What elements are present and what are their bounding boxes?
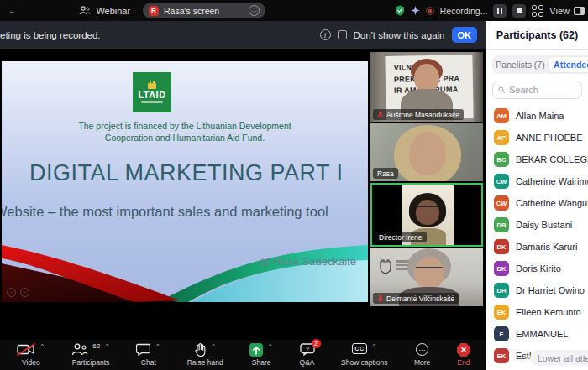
- ok-button[interactable]: OK: [452, 27, 478, 43]
- pause-recording-button[interactable]: [493, 4, 507, 18]
- security-shield-icon[interactable]: [395, 5, 405, 16]
- video-tile-active-speaker[interactable]: Director Irene: [370, 183, 483, 247]
- recording-label: Recording...: [440, 6, 488, 16]
- raise-hand-options-chevron[interactable]: ⌃: [211, 344, 217, 351]
- raise-hand-icon: [194, 343, 207, 357]
- chamber-logo-icon: [379, 258, 392, 274]
- participant-row[interactable]: CWCatherine Wangui: [486, 192, 588, 214]
- avatar: E: [494, 326, 509, 341]
- participant-name: Catherine Wangui: [516, 198, 588, 208]
- video-button[interactable]: ⌃ Video: [17, 343, 45, 367]
- view-menu[interactable]: View: [549, 6, 585, 16]
- ltaid-logo-subtext: [141, 101, 163, 103]
- participant-row[interactable]: AMAllan Maina: [486, 105, 588, 127]
- video-tile[interactable]: Rasa: [370, 123, 483, 181]
- video-name-label: Deimantė Vilčinskaitė: [373, 293, 459, 304]
- participants-options-chevron[interactable]: ⌃: [104, 344, 110, 351]
- gallery-view-icon[interactable]: [532, 5, 543, 17]
- search-input[interactable]: [509, 85, 576, 95]
- annotation-controls[interactable]: ○−: [7, 288, 29, 297]
- titlebar-right: Recording... View: [395, 0, 585, 21]
- video-name-label: Director Irene: [375, 232, 427, 242]
- share-screen-icon: [249, 343, 263, 357]
- participants-count: 62: [92, 342, 100, 350]
- tab-panelists[interactable]: Panelists (7): [494, 57, 547, 72]
- participant-row[interactable]: DKDamaris Karuri: [486, 236, 588, 258]
- chat-options-chevron[interactable]: ⌃: [155, 344, 160, 351]
- ltaid-logo: LTAID: [133, 72, 171, 112]
- end-button[interactable]: ✕ End: [457, 343, 470, 367]
- participant-row[interactable]: DKDoris Kirito: [486, 258, 588, 279]
- bottom-toolbar: ⌃ Video 62 ⌃ Participants: [0, 340, 486, 370]
- participant-row[interactable]: APANNE PHOEBE: [486, 127, 588, 149]
- participant-name: ANNE PHOEBE: [516, 133, 582, 143]
- view-layout-icon: [574, 7, 585, 15]
- participant-name: Doris Kirito: [516, 263, 561, 274]
- avatar: AP: [494, 130, 509, 145]
- more-button[interactable]: … More: [414, 343, 430, 367]
- participant-name: BEKAR COLLEGE: [516, 154, 588, 164]
- participant-row[interactable]: BCBEKAR COLLEGE: [486, 149, 588, 170]
- svg-text:?: ?: [305, 345, 309, 352]
- funding-note: The project is financed by the Lithuania…: [2, 120, 368, 143]
- participant-name: Catherine Wairimu: [516, 176, 588, 186]
- dont-show-label[interactable]: Don't show this again: [354, 30, 445, 40]
- divider: [486, 49, 588, 50]
- ai-companion-icon[interactable]: [411, 6, 420, 15]
- slide-title: DIGITAL MARKETING PART I: [29, 160, 344, 186]
- tab-more-icon[interactable]: …: [249, 5, 260, 16]
- avatar: CW: [494, 195, 509, 211]
- video-tile[interactable]: VILNIAUS PREKYBOS, PRA IR AMATŲ RŪMA Auš…: [370, 52, 483, 122]
- zoom-window: ⌄ Webinar R Rasa's screen …: [0, 0, 588, 370]
- ltaid-emblem-icon: [148, 81, 156, 89]
- avatar: DK: [494, 261, 509, 276]
- share-options-chevron[interactable]: ⌃: [267, 344, 273, 351]
- view-label: View: [549, 6, 570, 16]
- person-face: [414, 64, 439, 92]
- more-icon: …: [416, 343, 428, 356]
- participant-name: EMMANUEL: [516, 329, 568, 339]
- participants-tabs: Panelists (7) Attendees: [492, 55, 588, 74]
- show-captions-button[interactable]: CC ⌃ Show captions: [341, 343, 387, 367]
- slide-subtitle: Website – the most important sales and m…: [2, 204, 328, 220]
- dont-show-checkbox[interactable]: [338, 30, 347, 39]
- shared-screen-tab[interactable]: R Rasa's screen …: [143, 3, 265, 18]
- video-options-chevron[interactable]: ⌃: [39, 344, 45, 351]
- search-icon: [498, 86, 505, 94]
- avatar: DH: [494, 283, 509, 298]
- presentation-slide: LTAID The project is financed by the Lit…: [2, 61, 368, 302]
- chevron-down-icon[interactable]: ⌄: [8, 6, 15, 15]
- participant-row[interactable]: EKEileen Kemunto: [486, 301, 588, 323]
- qa-button[interactable]: ? 2 Q&A: [300, 343, 315, 367]
- glasses: [416, 267, 443, 273]
- stop-recording-button[interactable]: [512, 4, 526, 18]
- participant-row[interactable]: DHDr Harriet Owino: [486, 279, 588, 301]
- participant-row[interactable]: DBDaisy Bustani: [486, 214, 588, 236]
- funding-note-line1: The project is financed by the Lithuania…: [2, 120, 368, 132]
- participant-row[interactable]: CWCatherine Wairimu: [486, 170, 588, 192]
- participant-name: Dr Harriet Owino: [516, 285, 585, 295]
- recording-banner-message: eting is being recorded.: [0, 30, 101, 40]
- participant-name: Allan Maina: [516, 111, 564, 121]
- participants-list: AMAllan MainaAPANNE PHOEBEBCBEKAR COLLEG…: [486, 105, 588, 367]
- lower-all-attendees-button[interactable]: Lower all attendees': [530, 350, 588, 366]
- search-box[interactable]: [492, 81, 582, 99]
- participant-row[interactable]: EEMMANUEL: [486, 323, 588, 345]
- avatar: DK: [494, 239, 509, 254]
- person-face: [416, 200, 439, 225]
- info-icon[interactable]: i: [320, 29, 331, 40]
- participant-name: Damaris Karuri: [516, 242, 577, 252]
- end-meeting-icon: ✕: [457, 343, 470, 357]
- tab-attendees[interactable]: Attendees: [549, 57, 588, 72]
- titlebar: ⌄ Webinar R Rasa's screen …: [0, 0, 588, 21]
- participant-name: Eileen Kemunto: [516, 307, 581, 317]
- recording-indicator-icon: [426, 7, 434, 15]
- muted-mic-icon: [377, 294, 384, 303]
- share-button[interactable]: ⌃ Share: [249, 343, 273, 367]
- video-tile[interactable]: Deimantė Vilčinskaitė: [370, 248, 483, 306]
- raise-hand-button[interactable]: ⌃ Raise hand: [187, 343, 223, 367]
- chat-button[interactable]: ⌃ Chat: [136, 343, 160, 367]
- person-face: [409, 132, 446, 175]
- captions-options-chevron[interactable]: ⌃: [371, 344, 377, 351]
- participants-button[interactable]: 62 ⌃ Participants: [71, 343, 110, 367]
